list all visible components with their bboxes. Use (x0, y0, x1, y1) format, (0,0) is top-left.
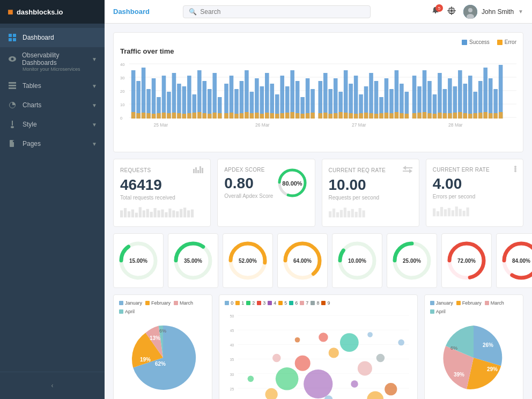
gauge-label-5: 25.00% (403, 257, 421, 263)
sidebar-label-pages: Pages (23, 140, 41, 147)
bubble-legend: 0 1 2 3 4 5 6 7 8 9 (225, 300, 412, 306)
svg-point-284 (329, 348, 339, 358)
svg-rect-8 (9, 87, 16, 89)
svg-rect-127 (270, 113, 274, 119)
stat-err-rate-value: 4.00 (433, 176, 516, 193)
stat-requests-sub: Total requests received (120, 195, 204, 201)
svg-rect-6 (9, 82, 16, 84)
svg-rect-144 (359, 113, 363, 119)
svg-text:45: 45 (230, 329, 234, 332)
stat-apdex-sub: Overall Apdex Score (224, 193, 273, 199)
legend-error: Error (497, 39, 516, 45)
gauge-circle-3: 64.00% (281, 239, 324, 282)
svg-rect-186 (135, 212, 138, 217)
svg-rect-219 (437, 211, 439, 217)
topbar-nav: Dashboard (113, 8, 150, 16)
svg-rect-39 (187, 76, 191, 119)
sidebar-item-observability[interactable]: Observability Dashboards ▼ Monitor your … (0, 47, 105, 76)
sidebar-item-charts[interactable]: Charts ▼ (0, 95, 105, 115)
svg-text:80.00%: 80.00% (282, 180, 302, 187)
gauge-0: 15.00% (113, 233, 164, 288)
svg-rect-128 (275, 114, 279, 119)
svg-rect-192 (157, 210, 160, 217)
svg-point-296 (398, 339, 405, 346)
gauge-6: 72.00% (441, 233, 492, 288)
svg-point-288 (385, 383, 397, 395)
legend-success-label: Success (469, 39, 490, 45)
settings-gear[interactable] (447, 6, 456, 17)
pages-chevron-icon: ▼ (92, 141, 97, 147)
svg-rect-30 (142, 68, 146, 119)
svg-rect-161 (448, 113, 452, 119)
svg-rect-149 (385, 113, 389, 119)
svg-rect-67 (334, 78, 338, 119)
svg-rect-191 (154, 208, 157, 217)
main-area: Dashboard 🔍 5 John Smith ▼ (105, 0, 532, 399)
svg-rect-181 (202, 168, 203, 173)
svg-rect-84 (423, 70, 427, 119)
apdex-gauge: 80.00% (276, 167, 308, 201)
collapse-button[interactable]: ‹ (0, 376, 105, 395)
svg-text:13%: 13% (150, 335, 160, 341)
svg-rect-1 (13, 34, 16, 37)
svg-rect-207 (336, 212, 338, 218)
svg-rect-52 (255, 78, 259, 119)
stat-req-rate: Current Req Rate 10.00 Requests per seco… (322, 159, 419, 227)
svg-text:20: 20 (120, 89, 125, 94)
gauge-circle-4: 10.00% (336, 239, 379, 282)
svg-rect-162 (453, 113, 457, 119)
bar-chart-icon (193, 166, 204, 175)
svg-point-295 (367, 391, 383, 399)
gauge-label-2: 52.00% (239, 257, 257, 263)
svg-rect-122 (245, 112, 249, 119)
bubble-legend-2: 2 (252, 300, 255, 306)
search-box[interactable]: 🔍 (183, 5, 371, 18)
svg-rect-87 (438, 73, 442, 119)
bubble-legend-6: 6 (295, 300, 298, 306)
search-input[interactable] (200, 8, 307, 16)
gauge-label-3: 64.00% (293, 257, 312, 263)
svg-rect-193 (161, 209, 164, 217)
svg-text:26%: 26% (483, 342, 493, 348)
svg-rect-199 (183, 208, 186, 217)
svg-rect-156 (423, 112, 427, 119)
svg-text:62%: 62% (155, 361, 166, 367)
svg-point-16 (468, 8, 472, 12)
svg-rect-133 (300, 114, 305, 119)
svg-point-11 (11, 126, 14, 128)
sidebar-item-pages[interactable]: Pages ▼ (0, 134, 105, 153)
svg-rect-49 (240, 81, 244, 119)
svg-rect-0 (9, 34, 12, 37)
svg-rect-29 (136, 81, 141, 119)
svg-text:6%: 6% (159, 328, 166, 334)
svg-rect-103 (146, 113, 151, 119)
sidebar-item-tables[interactable]: Tables ▼ (0, 76, 105, 95)
svg-point-302 (248, 375, 254, 382)
user-name: John Smith (482, 8, 514, 16)
svg-text:40: 40 (230, 343, 234, 347)
svg-rect-212 (354, 212, 357, 217)
sidebar-item-dashboard[interactable]: Dashboard (0, 28, 105, 47)
svg-rect-223 (451, 210, 454, 216)
svg-text:50: 50 (230, 314, 234, 318)
bubble-legend-9: 9 (327, 300, 330, 306)
svg-rect-147 (374, 114, 379, 119)
svg-rect-65 (323, 73, 328, 119)
svg-rect-210 (347, 211, 350, 217)
svg-rect-13 (435, 12, 436, 13)
svg-point-303 (319, 332, 328, 342)
notification-bell[interactable]: 5 (431, 6, 440, 17)
svg-rect-171 (499, 112, 503, 119)
sidebar-item-style[interactable]: Style ▼ (0, 115, 105, 134)
svg-rect-182 (120, 210, 123, 217)
svg-rect-225 (459, 209, 461, 216)
svg-rect-134 (306, 113, 310, 119)
pie1-legend-mar: March (180, 300, 193, 306)
svg-text:19%: 19% (140, 357, 151, 363)
svg-rect-165 (468, 114, 472, 119)
svg-rect-170 (493, 113, 498, 119)
sidebar-label-charts: Charts (23, 101, 41, 109)
svg-text:25: 25 (230, 387, 234, 390)
user-menu[interactable]: John Smith ▼ (463, 5, 523, 19)
legend-success: Success (462, 39, 490, 45)
